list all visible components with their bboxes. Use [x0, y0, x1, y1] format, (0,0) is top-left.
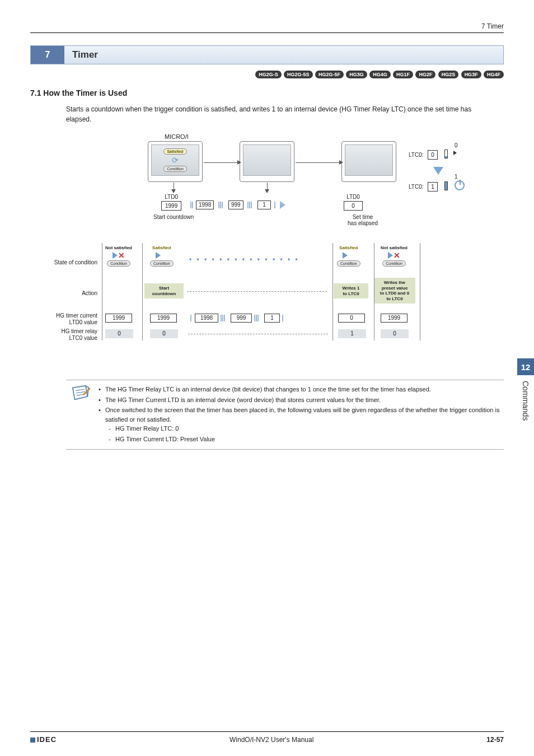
badge: HG2G-5F	[315, 71, 344, 78]
brand-logo: IDEC	[30, 735, 57, 744]
stripe-icon	[190, 202, 193, 208]
micro-i-label: MICRO/I	[165, 133, 189, 140]
seq-box: 1	[257, 200, 271, 209]
intro-paragraph: Starts a countdown when the trigger cond…	[66, 104, 498, 124]
action-write: Writes 1 to LTC0	[334, 283, 368, 298]
hmi-screen-inner	[345, 144, 393, 176]
gauge-dial-icon	[455, 180, 465, 190]
badge: HG2F	[415, 71, 435, 78]
action-preset: Writes the preset value to LTD0 and 0 to…	[374, 278, 415, 304]
not-satisfied-tag: Not satisfied	[105, 245, 132, 250]
swap-icon	[156, 252, 168, 259]
condition-oval: Condition	[382, 260, 406, 267]
swap-icon: ✕	[388, 252, 400, 259]
section-title: Timer	[64, 46, 106, 64]
seq-box: 999	[228, 200, 243, 209]
hmi-screen-1: Satisfied ⟳ Condition	[148, 141, 203, 182]
arrow-stem	[296, 162, 340, 163]
ltd-row-label: HG timer current LTD0 value	[36, 312, 97, 326]
stripe-icon	[274, 202, 275, 208]
note-item-text: Once switched to the screen that the tim…	[105, 407, 499, 423]
condition-oval: Condition	[150, 260, 174, 267]
arrow-head-icon	[339, 160, 343, 165]
note-item: Once switched to the screen that the tim…	[99, 405, 502, 444]
running-header: 7 Timer	[30, 22, 504, 33]
swap-icon: ✕	[113, 252, 125, 259]
ltd-cell: 999	[231, 314, 252, 323]
badge: HG3F	[461, 71, 481, 78]
divider	[142, 243, 143, 340]
subsection-heading: 7.1 How the Timer is Used	[30, 88, 504, 97]
ltd-cell: 1998	[195, 314, 218, 323]
stripe-icon	[221, 315, 225, 321]
stripe-icon	[218, 202, 223, 208]
gauge-bar-full	[444, 181, 448, 190]
swap-icon	[343, 252, 355, 259]
timer-diagram: MICRO/I Satisfied ⟳ Condition LTC0: 0 0 …	[30, 133, 504, 374]
hmi-screen-inner: Satisfied ⟳ Condition	[151, 144, 199, 176]
badge: HG2G-S	[255, 71, 282, 78]
ltc0-value: 1	[428, 182, 438, 192]
state-cell: Satisfied Condition	[337, 245, 360, 267]
divider	[332, 243, 333, 340]
dotted-line	[187, 291, 327, 292]
badge: HG4G	[369, 71, 391, 78]
ltd0-group: LTD0 1999	[161, 194, 181, 211]
divider	[420, 243, 420, 340]
note-item: The HG Timer Current LTD is an internal …	[99, 395, 502, 405]
ltc0-value: 0	[428, 150, 438, 160]
set-time-label: Set time has elapsed	[341, 214, 384, 226]
arrow-head-icon	[237, 160, 241, 165]
arrow-head-icon	[171, 189, 176, 193]
ltd-cell: 1999	[105, 314, 132, 323]
ltc-cell: 1	[338, 329, 366, 338]
gauge-bar-empty	[444, 150, 448, 158]
condition-oval: Condition	[107, 260, 130, 267]
bracket-icon	[453, 151, 457, 155]
note-block: The HG Timer Relay LTC is an internal de…	[66, 380, 504, 450]
hmi-screen-2	[240, 141, 294, 182]
ltd-cell: 1	[264, 314, 280, 323]
ltd0-box: 1999	[161, 201, 181, 211]
gauge-side-1: 1	[455, 174, 458, 180]
page-footer: IDEC WindO/I-NV2 User's Manual 12-57	[30, 731, 504, 744]
brand-text: IDEC	[37, 735, 57, 744]
start-countdown-label: Start countdown	[153, 214, 194, 220]
ltd-cell: 1999	[381, 314, 407, 323]
seq-box: 1998	[196, 200, 214, 209]
ltd-cell: 1999	[150, 314, 177, 323]
satisfied-tag: Satisfied	[152, 245, 171, 250]
ltc-row-label: HG timer relay LTC0 value	[36, 328, 97, 342]
divider	[102, 243, 102, 340]
page-number: 12-57	[486, 736, 504, 744]
arrow-head-icon	[265, 189, 269, 193]
ltc-cell: 0	[150, 329, 178, 338]
stripe-icon	[282, 315, 283, 321]
ltc0-label: LTC0:	[409, 152, 424, 158]
arrow-stem	[204, 162, 238, 163]
dots-icon: • • • • • • • • • • • • • • •	[189, 255, 299, 263]
condition-oval: Condition	[337, 260, 360, 267]
badge: HG3G	[346, 71, 367, 78]
model-badges: HG2G-S HG2G-5S HG2G-5F HG3G HG4G HG1F HG…	[30, 70, 504, 78]
note-subitem: HG Timer Relay LTC: 0	[105, 424, 502, 433]
ltd0-caption: LTD0	[344, 194, 363, 200]
side-tab-label: Commands	[521, 375, 530, 421]
action-label: Action	[36, 290, 97, 296]
badge: HG2G-5S	[284, 71, 313, 78]
stripe-icon	[190, 315, 191, 321]
hmi-screen-3	[341, 141, 396, 182]
ltd0-box: 0	[344, 201, 363, 211]
note-subitem: HG Timer Current LTD: Preset Value	[105, 435, 502, 444]
stripe-icon	[254, 315, 259, 321]
note-icon	[68, 385, 93, 445]
state-cell: Satisfied Condition	[150, 245, 174, 267]
satisfied-label: Satisfied	[163, 148, 186, 155]
divider	[374, 243, 374, 340]
ltc0-label: LTC0:	[409, 184, 424, 190]
section-banner: 7 Timer	[30, 45, 504, 64]
condition-oval: Condition	[163, 166, 187, 172]
badge: HG1F	[393, 71, 413, 78]
ltc-cell: 0	[105, 329, 133, 338]
action-start: Start countdown	[144, 283, 184, 298]
